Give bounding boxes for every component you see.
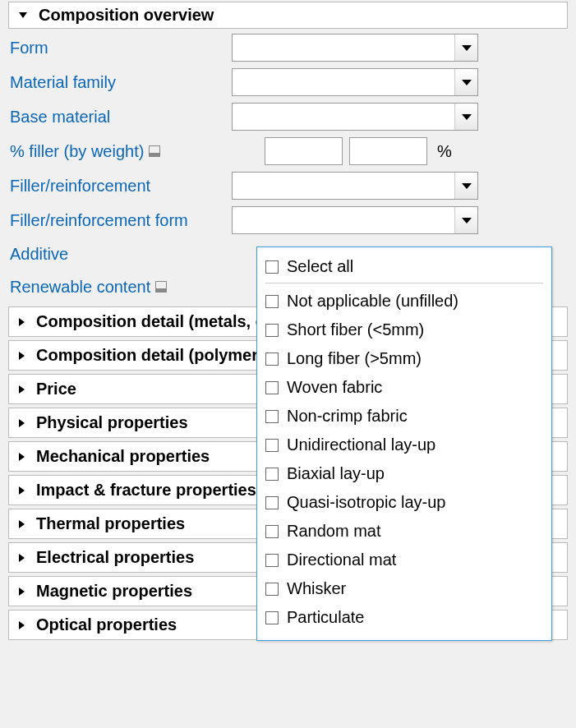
section-title: Price	[36, 380, 76, 399]
checkbox-icon	[265, 410, 279, 423]
chevron-down-icon	[454, 69, 477, 95]
chevron-down-icon	[454, 207, 477, 233]
label-additive: Additive	[10, 245, 232, 264]
option-label: Woven fabric	[287, 378, 382, 397]
option-label: Directional mat	[287, 551, 396, 569]
dropdown-filler-reinforcement[interactable]	[232, 172, 478, 200]
option-label: Select all	[287, 257, 353, 276]
option-label: Random mat	[287, 522, 381, 541]
option-item[interactable]: Short fiber (<5mm)	[265, 316, 543, 344]
section-title: Magnetic properties	[36, 582, 192, 601]
section-title: Electrical properties	[36, 548, 194, 567]
checkbox-icon	[265, 468, 279, 481]
chevron-down-icon	[454, 104, 477, 130]
checkbox-icon	[265, 260, 279, 274]
option-label: Biaxial lay-up	[287, 464, 385, 483]
chevron-right-icon	[19, 554, 25, 562]
dropdown-material-family[interactable]	[232, 68, 478, 96]
chevron-right-icon	[19, 352, 25, 360]
label-renewable-content: Renewable content	[10, 278, 150, 297]
checkbox-icon	[265, 439, 279, 452]
checkbox-icon	[265, 554, 279, 567]
section-title: Composition overview	[39, 6, 214, 25]
chart-icon[interactable]	[155, 281, 167, 293]
chevron-right-icon	[19, 318, 25, 326]
option-item[interactable]: Whisker	[265, 574, 543, 603]
checkbox-icon	[265, 583, 279, 596]
section-title: Thermal properties	[36, 514, 185, 533]
checkbox-icon	[265, 295, 279, 308]
option-item[interactable]: Biaxial lay-up	[265, 459, 543, 488]
section-title: Impact & fracture properties	[36, 481, 256, 500]
option-label: Not applicable (unfilled)	[287, 292, 458, 311]
option-label: Non-crimp fabric	[287, 407, 408, 426]
option-item[interactable]: Particulate	[265, 603, 543, 632]
chevron-down-icon	[454, 35, 477, 61]
checkbox-icon	[265, 525, 279, 538]
label-filler-reinforcement: Filler/reinforcement	[10, 177, 232, 196]
checkbox-icon	[265, 381, 279, 394]
option-item[interactable]: Directional mat	[265, 546, 543, 574]
checkbox-icon	[265, 496, 279, 509]
checkbox-icon	[265, 352, 279, 366]
option-item[interactable]: Unidirectional lay-up	[265, 431, 543, 459]
option-item[interactable]: Long fiber (>5mm)	[265, 344, 543, 373]
option-label: Unidirectional lay-up	[287, 435, 435, 454]
chevron-right-icon	[19, 621, 25, 629]
label-filler-reinforcement-form: Filler/reinforcement form	[10, 211, 232, 230]
input-filler-pct-to[interactable]	[349, 137, 427, 165]
option-label: Particulate	[287, 608, 365, 627]
section-title: Physical properties	[36, 413, 188, 432]
section-title: Mechanical properties	[36, 447, 210, 466]
chevron-right-icon	[19, 486, 25, 495]
input-filler-pct-from[interactable]	[265, 137, 343, 165]
option-item[interactable]: Not applicable (unfilled)	[265, 287, 543, 316]
option-item[interactable]: Random mat	[265, 517, 543, 546]
label-base-material: Base material	[10, 108, 232, 127]
checkbox-icon	[265, 324, 279, 337]
chevron-right-icon	[19, 587, 25, 596]
chart-icon[interactable]	[149, 145, 160, 157]
option-select-all[interactable]: Select all	[265, 252, 543, 283]
option-label: Long fiber (>5mm)	[287, 349, 422, 368]
label-form: Form	[10, 39, 232, 58]
dropdown-base-material[interactable]	[232, 103, 478, 131]
chevron-right-icon	[19, 419, 25, 427]
option-label: Quasi-isotropic lay-up	[287, 493, 445, 512]
dropdown-form[interactable]	[232, 34, 478, 62]
option-item[interactable]: Quasi-isotropic lay-up	[265, 488, 543, 517]
dropdown-filler-reinforcement-form[interactable]	[232, 206, 478, 234]
chevron-down-icon	[454, 173, 477, 199]
label-material-family: Material family	[10, 73, 232, 92]
dropdown-popup-filler-form: Select all Not applicable (unfilled)Shor…	[256, 247, 552, 641]
checkbox-icon	[265, 611, 279, 624]
label-filler-pct: % filler (by weight)	[10, 142, 144, 161]
option-item[interactable]: Non-crimp fabric	[265, 402, 543, 431]
unit-label: %	[434, 142, 452, 161]
option-item[interactable]: Woven fabric	[265, 373, 543, 402]
option-label: Short fiber (<5mm)	[287, 320, 424, 339]
chevron-right-icon	[19, 520, 25, 528]
chevron-right-icon	[19, 385, 25, 394]
chevron-down-icon	[19, 12, 27, 18]
chevron-right-icon	[19, 453, 25, 461]
option-label: Whisker	[287, 579, 346, 598]
section-composition-overview[interactable]: Composition overview	[8, 2, 568, 29]
section-title: Optical properties	[36, 615, 177, 634]
